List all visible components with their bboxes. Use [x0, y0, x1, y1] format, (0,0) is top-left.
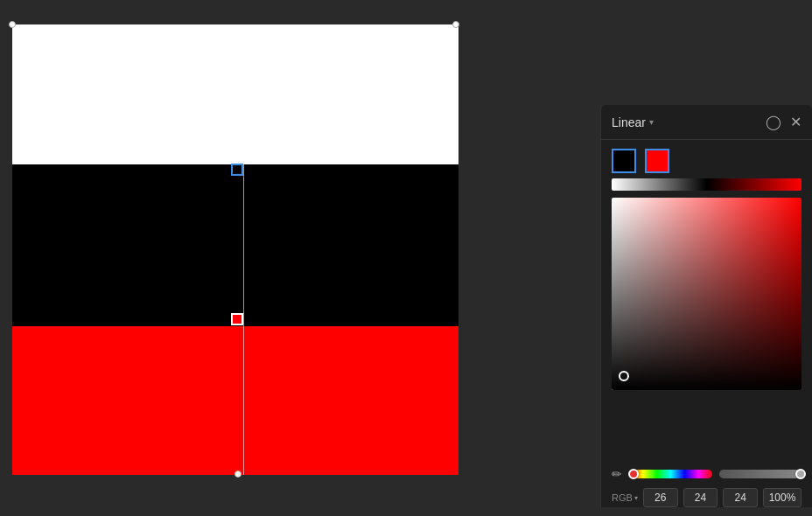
- panel-title-group: Linear ▾: [612, 115, 654, 129]
- panel-title-chevron[interactable]: ▾: [649, 117, 654, 127]
- gradient-panel: Linear ▾ ◯ ✕ ✏: [600, 105, 812, 507]
- canvas-white-section: [12, 24, 458, 164]
- opacity-slider-wrap: [719, 470, 802, 478]
- rgb-r-input[interactable]: [643, 488, 678, 507]
- hue-opacity-row: ✏: [601, 460, 812, 481]
- stop-swatch-red[interactable]: [645, 149, 669, 173]
- corner-dot-top-left[interactable]: [9, 21, 16, 28]
- panel-header-icons: ◯ ✕: [766, 114, 802, 130]
- rgb-label[interactable]: RGB ▾: [612, 492, 638, 503]
- gradient-stop-red[interactable]: [231, 313, 243, 325]
- opacity-thumb[interactable]: [795, 469, 806, 479]
- gradient-bar-container: [601, 173, 812, 191]
- gradient-stop-black[interactable]: [231, 164, 243, 176]
- canvas-red-section: [12, 326, 458, 475]
- guide-line-vertical: [243, 24, 244, 475]
- hue-slider-wrap: [629, 470, 712, 478]
- gradient-bar[interactable]: [612, 178, 802, 191]
- close-icon[interactable]: ✕: [790, 114, 802, 130]
- corner-dot-bottom-center[interactable]: [234, 471, 242, 478]
- panel-header: Linear ▾ ◯ ✕: [601, 105, 812, 140]
- canvas-black-section: [12, 164, 458, 326]
- hue-slider[interactable]: [629, 470, 712, 478]
- rgb-g-input[interactable]: [683, 488, 718, 507]
- opacity-slider[interactable]: [719, 470, 802, 478]
- corner-dot-top-right[interactable]: [452, 21, 459, 28]
- rgb-b-input[interactable]: [723, 488, 758, 507]
- color-saturation-picker[interactable]: [612, 198, 802, 390]
- saturation-cursor[interactable]: [619, 371, 629, 381]
- eyedropper-icon[interactable]: ✏: [612, 467, 622, 481]
- reset-icon[interactable]: ◯: [766, 114, 781, 130]
- panel-title: Linear: [612, 115, 646, 129]
- canvas-area: [0, 0, 578, 516]
- hue-thumb[interactable]: [628, 469, 639, 479]
- alpha-input[interactable]: [763, 488, 802, 507]
- stops-row: [601, 140, 812, 173]
- rgb-row: RGB ▾: [601, 481, 812, 507]
- color-picker-area: [612, 198, 802, 460]
- stop-swatch-black[interactable]: [612, 149, 636, 173]
- gradient-canvas: [12, 24, 458, 475]
